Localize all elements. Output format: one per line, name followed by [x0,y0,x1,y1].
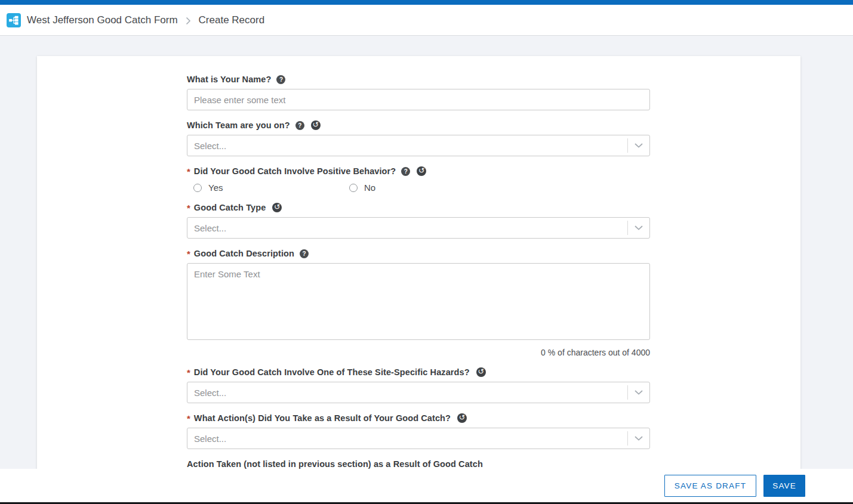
help-icon[interactable]: ? [295,121,304,130]
actions-select[interactable]: Select... [187,428,650,449]
field-label: Good Catch Type [194,203,266,212]
required-marker: * [187,367,190,378]
character-counter: 0 % of characters out of 4000 [187,348,650,357]
select-value: Select... [194,434,627,444]
select-value: Select... [194,223,627,233]
field-label: What is Your Name? [187,75,271,84]
chevron-down-icon [628,225,649,230]
radio-option-yes[interactable]: Yes [193,183,349,193]
radio-label: Yes [208,183,223,193]
required-marker: * [187,203,190,213]
field-positive-behavior: * Did Your Good Catch Involve Positive B… [187,166,650,193]
field-label: What Action(s) Did You Take as a Result … [194,413,451,423]
breadcrumb-root[interactable]: West Jefferson Good Catch Form [27,14,178,26]
field-what-is-your-name: What is Your Name? ? [187,74,650,110]
required-marker: * [187,249,190,259]
required-marker: * [187,166,190,177]
field-label: Action Taken (not listed in previous sec… [187,459,483,469]
field-label: Did Your Good Catch Involve One of These… [194,367,470,377]
reset-field-icon[interactable]: ↺ [311,120,321,130]
breadcrumb-separator-icon [186,16,191,25]
reset-field-icon[interactable]: ↺ [272,203,282,212]
name-text-input[interactable] [187,89,650,110]
chevron-down-icon [628,390,649,395]
action-bar: SAVE AS DRAFT SAVE [0,469,853,502]
field-good-catch-description: * Good Catch Description ? 0 % of charac… [187,248,650,357]
app-form-tree-icon [7,13,21,27]
save-as-draft-button[interactable]: SAVE AS DRAFT [664,475,756,497]
field-good-catch-type: * Good Catch Type ↺ Select... [187,202,650,239]
hazards-select[interactable]: Select... [187,382,650,403]
field-label: Good Catch Description [194,249,294,258]
select-value: Select... [194,388,627,398]
field-label: Did Your Good Catch Involve Positive Beh… [194,166,396,176]
chevron-down-icon [628,436,649,441]
help-icon[interactable]: ? [276,75,285,84]
good-catch-type-select[interactable]: Select... [187,217,650,239]
reset-field-icon[interactable]: ↺ [476,367,486,377]
save-button[interactable]: SAVE [763,475,805,497]
team-select[interactable]: Select... [187,135,650,156]
field-actions-taken: * What Action(s) Did You Take as a Resul… [187,413,650,449]
radio-circle[interactable] [193,184,202,192]
radio-circle[interactable] [349,184,358,192]
select-value: Select... [194,141,627,151]
breadcrumb-current: Create Record [199,14,265,26]
reset-field-icon[interactable]: ↺ [457,413,467,423]
radio-label: No [364,183,375,193]
top-accent-bar [0,0,853,5]
create-record-form-card: What is Your Name? ? Which Team are you … [37,56,800,504]
reset-field-icon[interactable]: ↺ [417,166,426,176]
field-which-team: Which Team are you on? ? ↺ Select... [187,120,650,156]
field-site-specific-hazards: * Did Your Good Catch Involve One of The… [187,367,650,403]
chevron-down-icon [628,143,649,148]
radio-option-no[interactable]: No [349,183,505,193]
required-marker: * [187,413,190,423]
description-textarea[interactable] [187,263,650,340]
radio-group-positive-behavior: Yes No [187,183,650,193]
header: West Jefferson Good Catch Form Create Re… [0,5,853,36]
help-icon[interactable]: ? [300,249,309,258]
help-icon[interactable]: ? [401,167,410,176]
field-label: Which Team are you on? [187,120,290,130]
